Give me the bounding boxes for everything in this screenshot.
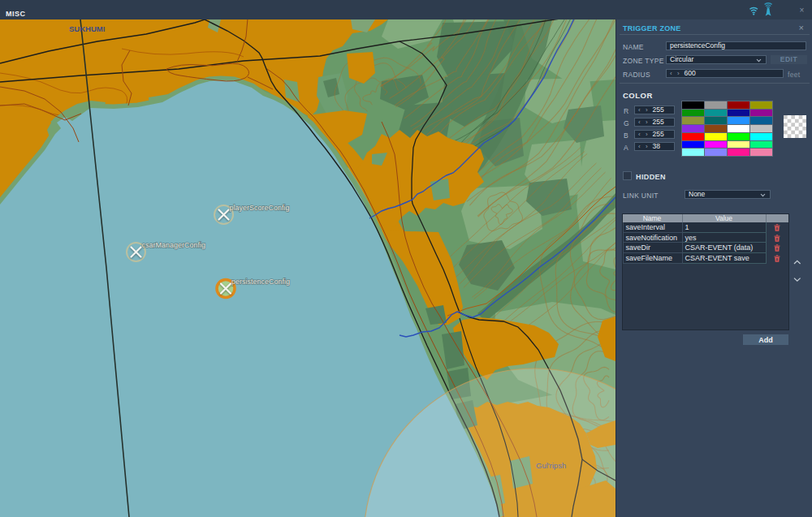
svg-text:×: × (800, 6, 805, 15)
svg-text:csarManagerConfig: csarManagerConfig (142, 241, 206, 249)
svg-text:playerScoreConfig: playerScoreConfig (230, 204, 290, 212)
svg-text:Gul'ripsh: Gul'ripsh (536, 461, 566, 470)
svg-text:persistenceConfig: persistenceConfig (231, 278, 290, 286)
svg-text:SUKHUMI: SUKHUMI (69, 24, 105, 33)
